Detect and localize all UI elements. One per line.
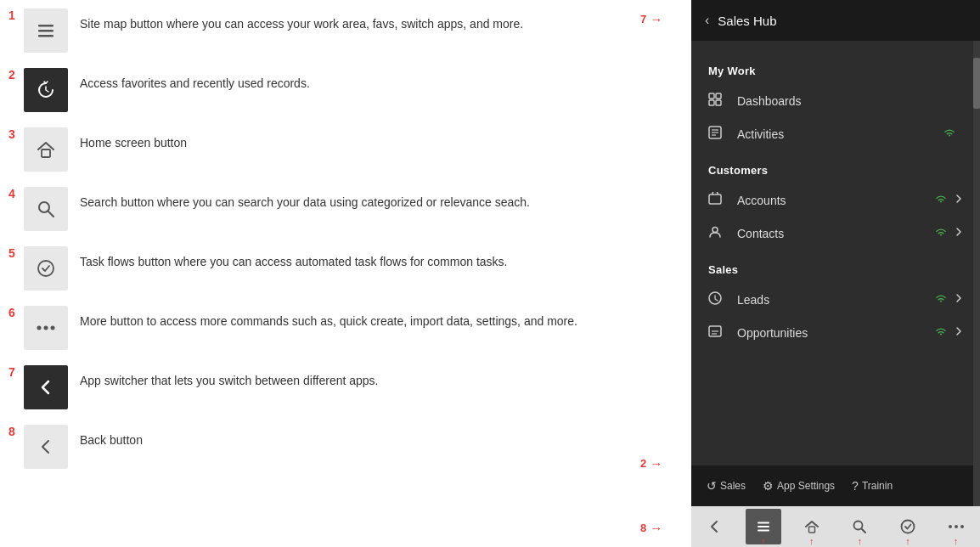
item-number-4: 4 xyxy=(8,187,24,200)
svg-rect-18 xyxy=(709,195,721,204)
nav-item-label-dashboards: Dashboards xyxy=(737,94,963,108)
nav-item-wifi-activities xyxy=(943,127,956,140)
nav-section-title-1: Customers xyxy=(691,150,980,183)
scroll-thumb xyxy=(973,58,980,109)
hub-title: Sales Hub xyxy=(718,14,776,28)
nav-item-wifi-accounts xyxy=(934,194,948,206)
nav-item-icon-activities xyxy=(708,126,727,142)
header-back-icon[interactable]: ‹ xyxy=(705,13,709,28)
svg-rect-27 xyxy=(808,527,814,533)
nav-item-chevron-accounts xyxy=(955,193,963,207)
hub-header: ‹ Sales Hub xyxy=(691,0,980,41)
item-desc-5: Task flows button where you can access a… xyxy=(80,246,507,271)
svg-rect-26 xyxy=(758,530,769,532)
item-row-4: 4Search button where you can search your… xyxy=(8,187,674,231)
svg-line-5 xyxy=(48,211,54,217)
item-icon-7[interactable] xyxy=(24,365,68,409)
nav-item-wifi-leads xyxy=(934,293,948,306)
item-desc-7: App switcher that lets you switch betwee… xyxy=(80,365,379,390)
nav-item-chevron-opportunities xyxy=(955,325,963,340)
bottom-tab-sales[interactable]: ↺Sales xyxy=(700,476,752,496)
nav-item-activities[interactable]: Activities xyxy=(691,117,980,150)
svg-point-19 xyxy=(712,228,718,233)
svg-rect-25 xyxy=(758,526,769,527)
bottom-tab-app-settings[interactable]: ⚙App Settings xyxy=(756,476,842,496)
item-icon-8[interactable] xyxy=(24,425,68,469)
svg-point-9 xyxy=(51,326,55,330)
nav-item-accounts[interactable]: Accounts xyxy=(691,183,980,217)
svg-point-31 xyxy=(949,525,952,528)
item-icon-4[interactable] xyxy=(24,187,68,231)
item-desc-8: Back button xyxy=(80,425,143,449)
bottom-tab-icon-2: ? xyxy=(852,479,859,493)
item-desc-3: Home screen button xyxy=(80,127,187,152)
nav-item-wifi-opportunities xyxy=(934,326,948,339)
nav-item-label-contacts: Contacts xyxy=(737,227,934,240)
nav-item-opportunities[interactable]: Opportunities xyxy=(691,316,980,349)
scroll-indicator xyxy=(973,41,980,506)
nav-section-title-2: Sales xyxy=(691,250,980,283)
svg-line-29 xyxy=(862,529,866,533)
nav-item-chevron-contacts xyxy=(955,226,963,240)
back-button[interactable] xyxy=(697,509,733,544)
item-row-3: 3Home screen button xyxy=(8,127,674,172)
svg-point-7 xyxy=(37,326,42,330)
svg-point-32 xyxy=(955,525,958,528)
item-number-3: 3 xyxy=(8,127,24,141)
item-row-8: 8Back button xyxy=(8,425,674,469)
hub-toolbar: ↑1↑3↑4↑5↑6 xyxy=(691,506,980,547)
item-icon-6[interactable] xyxy=(24,306,68,350)
item-desc-4: Search button where you can search your … xyxy=(80,187,530,211)
nav-item-label-activities: Activities xyxy=(737,127,943,141)
svg-rect-11 xyxy=(716,93,721,99)
nav-item-leads[interactable]: Leads xyxy=(691,283,980,316)
svg-point-8 xyxy=(44,326,48,330)
item-number-1: 1 xyxy=(8,8,24,22)
nav-item-icon-contacts xyxy=(708,225,727,241)
item-icon-2[interactable] xyxy=(24,68,68,112)
hub-bottom-tabs: ↺Sales⚙App Settings?Trainin xyxy=(691,465,980,506)
item-desc-2: Access favorites and recently used recor… xyxy=(80,68,310,93)
item-desc-1: Site map button where you can access you… xyxy=(80,8,523,33)
nav-item-contacts[interactable]: Contacts xyxy=(691,217,980,250)
nav-item-label-leads: Leads xyxy=(737,293,934,307)
svg-point-6 xyxy=(38,261,54,276)
svg-rect-2 xyxy=(38,35,54,37)
item-icon-1[interactable] xyxy=(24,8,68,53)
svg-rect-1 xyxy=(38,30,54,32)
item-number-7: 7 xyxy=(8,365,24,379)
item-number-8: 8 xyxy=(8,425,24,438)
item-icon-5[interactable] xyxy=(24,246,68,290)
svg-point-30 xyxy=(901,521,914,533)
svg-rect-13 xyxy=(716,100,721,105)
left-panel: 1Site map button where you can access yo… xyxy=(0,0,691,547)
nav-item-icon-opportunities xyxy=(708,324,727,341)
item-number-2: 2 xyxy=(8,68,24,82)
item-number-6: 6 xyxy=(8,306,24,319)
svg-rect-0 xyxy=(38,25,54,27)
item-row-6: 6More button to access more commands suc… xyxy=(8,306,674,350)
nav-item-label-opportunities: Opportunities xyxy=(737,326,934,340)
bottom-tab-label-0: Sales xyxy=(720,480,746,492)
nav-item-icon-dashboards xyxy=(708,93,727,109)
item-row-2: 2Access favorites and recently used reco… xyxy=(8,68,674,112)
nav-item-label-accounts: Accounts xyxy=(737,194,934,207)
nav-section-title-0: My Work xyxy=(691,51,980,84)
svg-rect-24 xyxy=(758,522,769,524)
nav-item-chevron-leads xyxy=(955,292,963,307)
svg-rect-12 xyxy=(709,100,714,105)
bottom-tab-icon-1: ⚙ xyxy=(763,479,774,493)
nav-item-dashboards[interactable]: Dashboards xyxy=(691,84,980,117)
nav-item-wifi-contacts xyxy=(934,227,948,240)
bottom-tab-label-2: Trainin xyxy=(862,480,893,492)
bottom-tab-icon-0: ↺ xyxy=(707,479,717,493)
bottom-tab-trainin[interactable]: ?Trainin xyxy=(845,476,899,496)
item-row-5: 5Task flows button where you can access … xyxy=(8,246,674,290)
svg-rect-10 xyxy=(709,93,714,99)
right-sidebar: 7 → ‹ Sales Hub My WorkDashboardsActivit… xyxy=(691,0,980,547)
hub-nav: My WorkDashboardsActivitiesCustomersAcco… xyxy=(691,41,980,465)
item-number-5: 5 xyxy=(8,246,24,260)
nav-item-icon-leads xyxy=(708,291,727,307)
svg-point-33 xyxy=(960,525,964,528)
item-icon-3[interactable] xyxy=(24,127,68,172)
